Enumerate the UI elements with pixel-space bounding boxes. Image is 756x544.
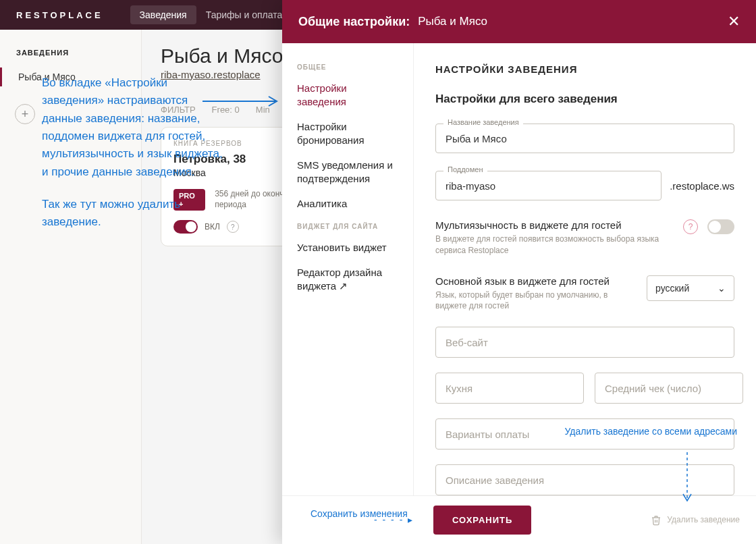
chevron-down-icon: ⌄ bbox=[718, 283, 726, 294]
website-input[interactable] bbox=[435, 327, 734, 358]
nav-sms-notifications[interactable]: SMS уведомления и подтверждения bbox=[297, 159, 398, 185]
multilang-toggle[interactable] bbox=[707, 219, 734, 234]
subdomain-input[interactable] bbox=[435, 171, 662, 200]
add-venue-button[interactable]: + bbox=[15, 104, 35, 124]
delete-label: Удалить заведение bbox=[667, 515, 740, 524]
venue-name-input[interactable] bbox=[435, 124, 734, 153]
nav-widget-design[interactable]: Редактор дизайна виджета ↗ bbox=[297, 266, 398, 292]
sidebar-title: ЗАВЕДЕНИЯ bbox=[0, 49, 141, 67]
multilang-desc: В виджете для гостей появится возможност… bbox=[435, 234, 674, 256]
subdomain-label: Поддомен bbox=[443, 165, 487, 173]
nav-section-general: ОБЩЕЕ bbox=[297, 63, 398, 71]
nav-section-widget: ВИДЖЕТ ДЛЯ САЙТА bbox=[297, 223, 398, 230]
trash-icon bbox=[651, 515, 662, 526]
nav-analytics[interactable]: Аналитика bbox=[297, 197, 398, 211]
content-subtitle: Настройки для всего заведения bbox=[435, 92, 734, 106]
panel-title: Общие настройки: bbox=[298, 15, 410, 29]
language-value: русский bbox=[655, 283, 689, 294]
topnav-tariffs[interactable]: Тарифы и оплата bbox=[196, 5, 292, 24]
content-title: НАСТРОЙКИ ЗАВЕДЕНИЯ bbox=[435, 63, 734, 75]
annotation-delete: Удалить заведение со всеми адресами bbox=[565, 425, 737, 438]
panel-subtitle: Рыба и Мясо bbox=[418, 15, 487, 28]
annotation-arrow-icon: - - - - ▸ bbox=[374, 514, 414, 525]
mainlang-title: Основной язык в виджете для гостей bbox=[435, 275, 636, 287]
name-label: Название заведения bbox=[443, 118, 523, 126]
language-select[interactable]: русский ⌄ bbox=[647, 275, 734, 301]
mainlang-desc: Язык, который будет выбран по умолчанию,… bbox=[435, 290, 636, 312]
delete-venue-button[interactable]: Удалить заведение bbox=[651, 515, 740, 526]
help-icon[interactable]: ? bbox=[683, 219, 698, 234]
close-icon[interactable]: ✕ bbox=[728, 13, 740, 30]
subdomain-suffix: .restoplace.ws bbox=[670, 180, 734, 192]
save-button[interactable]: СОХРАНИТЬ bbox=[433, 506, 531, 535]
nav-booking-settings[interactable]: Настройки бронирования bbox=[297, 120, 398, 146]
nav-install-widget[interactable]: Установить виджет bbox=[297, 241, 398, 254]
nav-venue-settings[interactable]: Настройки заведения bbox=[297, 82, 398, 108]
topnav-venues[interactable]: Заведения bbox=[130, 5, 196, 24]
avgcheck-input[interactable] bbox=[595, 373, 743, 404]
annotation-arrow-icon bbox=[680, 452, 694, 509]
multilang-title: Мультиязычность в виджете для гостей bbox=[435, 219, 674, 231]
annotation-arrow-icon bbox=[202, 94, 284, 111]
logo: RESTOPLACE bbox=[16, 10, 103, 20]
cuisine-input[interactable] bbox=[435, 373, 584, 404]
